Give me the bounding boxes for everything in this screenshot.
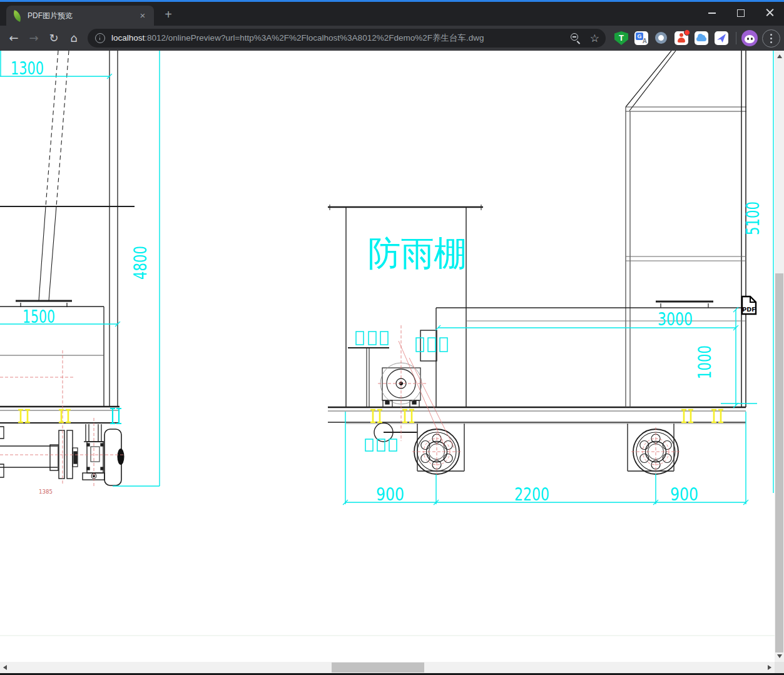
tab-close-icon[interactable]: × bbox=[138, 11, 148, 21]
pdf-doc-icon: PDF bbox=[741, 295, 757, 315]
cad-drawing: 1300 1500 4800 3000 1000 5100 900 2200 9… bbox=[0, 51, 775, 662]
browser-toolbar: ← → ↻ ⌂ localhost:8012/onlinePreview?url… bbox=[0, 26, 784, 51]
extension-tampermonkey[interactable]: T bbox=[614, 31, 628, 45]
dim-1300: 1300 bbox=[11, 58, 44, 79]
close-window-button[interactable] bbox=[755, 2, 784, 24]
dim-5100: 5100 bbox=[742, 201, 763, 235]
people-icon bbox=[675, 31, 688, 45]
tab-title: PDF图片预览 bbox=[28, 11, 138, 21]
toolbar-separator bbox=[736, 32, 736, 44]
dim-1000: 1000 bbox=[694, 345, 715, 379]
horizontal-scroll-thumb[interactable] bbox=[332, 662, 424, 672]
vertical-scrollbar[interactable] bbox=[775, 51, 784, 662]
vertical-scroll-thumb[interactable] bbox=[775, 273, 783, 652]
highlight-marks bbox=[18, 410, 723, 422]
right-wheel-bracket bbox=[628, 424, 674, 471]
forward-button[interactable]: → bbox=[24, 29, 43, 48]
avatar-face bbox=[745, 35, 755, 43]
browser-window: PDF图片预览 × + ← → ↻ ⌂ localhost:8012/onlin… bbox=[0, 0, 784, 675]
dim-4800: 4800 bbox=[130, 246, 151, 280]
browser-menu-button[interactable] bbox=[762, 29, 780, 48]
dimension-ticks bbox=[107, 74, 748, 505]
extension-cloud[interactable] bbox=[695, 31, 708, 45]
home-button[interactable]: ⌂ bbox=[64, 29, 83, 48]
zoom-out-icon[interactable] bbox=[570, 33, 581, 44]
dim-2200: 2200 bbox=[514, 484, 549, 505]
dim-1385: 1385 bbox=[39, 489, 53, 495]
dim-1500: 1500 bbox=[23, 306, 55, 327]
back-button[interactable]: ← bbox=[4, 29, 23, 48]
dim-900-left: 900 bbox=[376, 484, 404, 505]
tab-strip: PDF图片预览 × + bbox=[0, 2, 784, 26]
url-host: localhost bbox=[111, 33, 145, 43]
scroll-right-arrow[interactable] bbox=[768, 665, 771, 670]
shield-icon: T bbox=[614, 31, 628, 45]
new-tab-button[interactable]: + bbox=[161, 8, 175, 22]
notification-badge bbox=[684, 29, 690, 36]
spring-leaf-favicon bbox=[11, 9, 23, 21]
coupling-cap bbox=[74, 452, 77, 464]
extension-people[interactable] bbox=[675, 31, 688, 45]
cyan-boxes bbox=[356, 332, 447, 451]
window-controls bbox=[698, 2, 784, 24]
ring-icon bbox=[655, 32, 667, 44]
bird-icon bbox=[715, 31, 728, 45]
mast-dashed bbox=[46, 51, 69, 206]
minimize-icon bbox=[708, 13, 716, 14]
scroll-up-arrow[interactable] bbox=[777, 54, 782, 58]
extension-translate[interactable]: G A bbox=[634, 31, 648, 45]
left-mast-columns bbox=[109, 51, 118, 407]
maximize-button[interactable] bbox=[726, 2, 755, 24]
dim-900-right: 900 bbox=[670, 484, 698, 505]
scrollbar-corner bbox=[775, 662, 784, 673]
roof-slant bbox=[626, 51, 676, 111]
shelter-label: 防雨棚 bbox=[368, 233, 467, 273]
url-path: :8012/onlinePreview?url=http%3A%2F%2Floc… bbox=[145, 33, 484, 43]
bookmark-star-icon[interactable]: ☆ bbox=[590, 29, 599, 48]
zoom-minus-bar bbox=[573, 36, 576, 38]
cloud-icon bbox=[695, 31, 708, 45]
scroll-left-arrow[interactable] bbox=[3, 665, 7, 670]
mast-solid bbox=[39, 206, 56, 301]
extension-bird[interactable] bbox=[715, 31, 728, 45]
horizontal-scrollbar[interactable] bbox=[0, 662, 775, 673]
axle-shaft bbox=[0, 446, 58, 467]
reload-button[interactable]: ↻ bbox=[44, 29, 63, 48]
dim-3000: 3000 bbox=[658, 308, 693, 330]
url-text[interactable]: localhost:8012/onlinePreview?url=http%3A… bbox=[111, 33, 484, 44]
scroll-down-arrow[interactable] bbox=[777, 654, 782, 658]
svg-text:PDF: PDF bbox=[742, 306, 755, 313]
minimize-button[interactable] bbox=[698, 2, 726, 24]
page-info-icon[interactable] bbox=[95, 33, 105, 43]
extension-ring[interactable] bbox=[654, 31, 668, 45]
profile-avatar[interactable] bbox=[741, 30, 758, 46]
panel-box bbox=[420, 330, 437, 361]
dimension-lines bbox=[0, 51, 773, 505]
tab-pdf-preview[interactable]: PDF图片预览 × bbox=[6, 6, 154, 26]
pdf-download-button[interactable]: PDF bbox=[741, 295, 757, 315]
translate-icon: G A bbox=[634, 31, 648, 45]
page-content: 1300 1500 4800 3000 1000 5100 900 2200 9… bbox=[0, 51, 775, 662]
maximize-icon bbox=[737, 9, 745, 17]
address-bar[interactable]: localhost:8012/onlinePreview?url=http%3A… bbox=[88, 29, 606, 48]
